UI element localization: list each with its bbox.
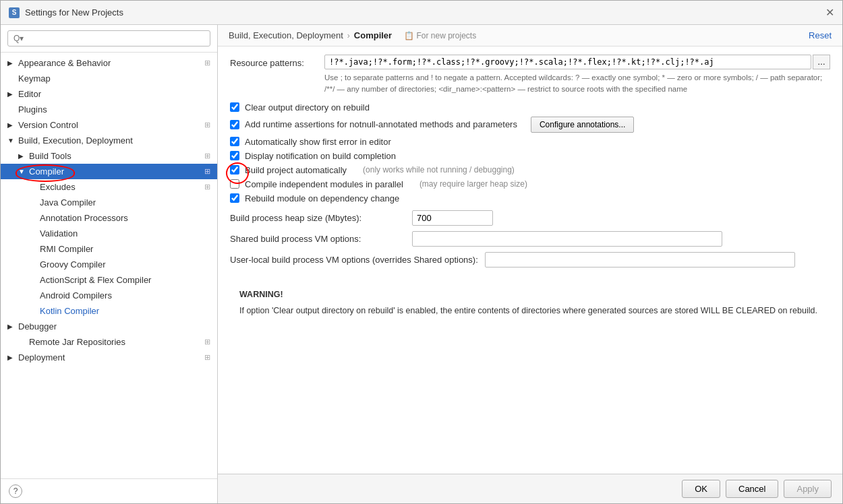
sidebar-item-appearance[interactable]: ▶ Appearance & Behavior ⊞ <box>1 55 217 71</box>
panel-body: Resource patterns: … Use ; to separate p… <box>218 46 842 474</box>
chevron-icon: ▼ <box>7 137 16 144</box>
sidebar-item-deployment[interactable]: ▶ Deployment ⊞ <box>1 350 217 365</box>
settings-window: S Settings for New Projects ✕ ▶ Appearan… <box>0 0 843 504</box>
chevron-placeholder <box>29 230 37 237</box>
chevron-placeholder <box>29 183 37 191</box>
breadcrumb-path: Build, Execution, Deployment <box>229 30 343 40</box>
sidebar-item-debugger[interactable]: ▶ Debugger <box>1 319 217 334</box>
ok-button[interactable]: OK <box>682 480 720 498</box>
chevron-icon: ▼ <box>18 168 26 175</box>
bottom-bar: OK Cancel Apply <box>218 474 842 503</box>
sidebar-item-kotlin-compiler[interactable]: Kotlin Compiler <box>1 303 217 319</box>
sidebar-item-label: Java Compiler <box>40 197 210 208</box>
sidebar-item-label: Compiler <box>29 166 199 177</box>
sidebar-item-label: Version Control <box>18 120 199 130</box>
breadcrumb-separator: › <box>347 31 350 40</box>
main-content: ▶ Appearance & Behavior ⊞ Keymap ▶ Edito… <box>1 25 842 503</box>
checkbox-build-auto[interactable] <box>230 165 239 175</box>
field-label-user-local-vm: User-local build process VM options (ove… <box>230 255 478 265</box>
sidebar-item-annotation-processors[interactable]: Annotation Processors <box>1 210 217 226</box>
chevron-icon: ▶ <box>7 121 16 129</box>
field-input-heap-size[interactable] <box>412 210 493 226</box>
sidebar-item-label: Groovy Compiler <box>40 259 210 270</box>
checkbox-label-runtime-assertions[interactable]: Add runtime assertions for notnull-annot… <box>245 119 517 129</box>
breadcrumb-bar: Build, Execution, Deployment › Compiler … <box>218 25 842 46</box>
search-box <box>1 25 217 53</box>
sidebar-item-rmi-compiler[interactable]: RMI Compiler <box>1 241 217 257</box>
sidebar-item-android-compilers[interactable]: Android Compilers <box>1 288 217 303</box>
apply-button[interactable]: Apply <box>784 480 832 498</box>
sidebar-item-label: Debugger <box>18 321 210 332</box>
sidebar-item-validation[interactable]: Validation <box>1 226 217 241</box>
close-button[interactable]: ✕ <box>825 7 834 18</box>
checkbox-label-compile-independent[interactable]: Compile independent modules in parallel <box>245 179 403 189</box>
sidebar-item-actionscript[interactable]: ActionScript & Flex Compiler <box>1 272 217 288</box>
checkbox-row-display-notification: Display notification on build completion <box>230 151 830 161</box>
checkbox-label-build-auto[interactable]: Build project automatically <box>245 165 347 175</box>
item-badge: ⊞ <box>204 167 210 176</box>
configure-annotations-button[interactable]: Configure annotations... <box>531 117 634 133</box>
resource-input-wrap: … <box>324 55 830 69</box>
reset-link[interactable]: Reset <box>809 30 832 40</box>
sidebar-item-plugins[interactable]: Plugins <box>1 102 217 117</box>
breadcrumb-current: Compiler <box>354 30 392 40</box>
sidebar-item-java-compiler[interactable]: Java Compiler <box>1 195 217 210</box>
item-badge: ⊞ <box>204 152 210 160</box>
sidebar-item-keymap[interactable]: Keymap <box>1 71 217 86</box>
sidebar-item-label: Remote Jar Repositories <box>29 337 199 347</box>
chevron-placeholder <box>29 261 37 268</box>
checkbox-label-rebuild-dependency[interactable]: Rebuild module on dependency change <box>245 193 399 203</box>
chevron-placeholder <box>7 106 16 113</box>
checkbox-auto-show-error[interactable] <box>230 137 239 146</box>
sidebar-item-label: Keymap <box>18 73 210 84</box>
sidebar-item-label: Deployment <box>18 352 199 363</box>
window-title: Settings for New Projects <box>25 7 123 18</box>
cancel-button[interactable]: Cancel <box>726 480 778 498</box>
checkbox-runtime-assertions[interactable] <box>230 120 239 129</box>
field-input-user-local-vm[interactable] <box>485 252 795 267</box>
checkbox-label-clear-output[interactable]: Clear output directory on rebuild <box>245 102 370 113</box>
resource-help-text: Use ; to separate patterns and ! to nega… <box>324 72 830 96</box>
search-input[interactable] <box>7 30 210 46</box>
sidebar-item-label: RMI Compiler <box>40 244 210 254</box>
sidebar-item-editor[interactable]: ▶ Editor <box>1 86 217 102</box>
breadcrumb-subtitle: 📋 For new projects <box>404 31 476 40</box>
warning-box: WARNING! If option 'Clear output directo… <box>230 281 830 324</box>
sidebar-item-label: Annotation Processors <box>40 213 210 223</box>
checkbox-row-runtime-assertions: Add runtime assertions for notnull-annot… <box>230 117 830 133</box>
item-badge: ⊞ <box>204 121 210 129</box>
checkbox-clear-output[interactable] <box>230 102 239 112</box>
chevron-icon: ▶ <box>18 152 26 160</box>
checkbox-rebuild-dependency[interactable] <box>230 193 239 203</box>
chevron-placeholder <box>29 292 37 299</box>
sidebar-item-build-tools[interactable]: ▶ Build Tools ⊞ <box>1 148 217 164</box>
field-row-heap-size: Build process heap size (Mbytes): <box>230 210 830 226</box>
resource-expand-button[interactable]: … <box>813 55 830 69</box>
checkbox-label-display-notification[interactable]: Display notification on build completion <box>245 151 396 161</box>
sidebar-tree: ▶ Appearance & Behavior ⊞ Keymap ▶ Edito… <box>1 53 217 478</box>
chevron-placeholder <box>29 276 37 284</box>
field-label-shared-vm: Shared build process VM options: <box>230 234 405 244</box>
chevron-icon: ▶ <box>7 59 16 67</box>
sidebar-item-version-control[interactable]: ▶ Version Control ⊞ <box>1 117 217 133</box>
sidebar-item-remote-jar[interactable]: Remote Jar Repositories ⊞ <box>1 334 217 350</box>
checkbox-display-notification[interactable] <box>230 151 239 160</box>
sidebar-item-groovy-compiler[interactable]: Groovy Compiler <box>1 257 217 272</box>
item-badge: ⊞ <box>204 183 210 191</box>
checkbox-compile-independent[interactable] <box>230 179 239 189</box>
sidebar-item-excludes[interactable]: Excludes ⊞ <box>1 179 217 195</box>
sidebar-item-build-exec-deploy[interactable]: ▼ Build, Execution, Deployment <box>1 133 217 148</box>
sidebar-item-compiler[interactable]: ▼ Compiler ⊞ <box>1 164 217 179</box>
field-input-shared-vm[interactable] <box>412 231 722 247</box>
compile-independent-note: (may require larger heap size) <box>419 179 527 189</box>
sidebar-item-label: Validation <box>40 228 210 239</box>
sidebar-item-label: Editor <box>18 89 210 99</box>
resource-patterns-input[interactable] <box>324 55 811 69</box>
sidebar: ▶ Appearance & Behavior ⊞ Keymap ▶ Edito… <box>1 25 218 503</box>
title-bar-left: S Settings for New Projects <box>9 7 123 18</box>
field-row-user-local-vm: User-local build process VM options (ove… <box>230 252 830 267</box>
item-badge: ⊞ <box>204 338 210 346</box>
checkbox-label-auto-show-error[interactable]: Automatically show first error in editor <box>245 137 391 147</box>
help-icon[interactable]: ? <box>9 484 22 498</box>
resource-patterns-row: Resource patterns: … <box>230 55 830 69</box>
